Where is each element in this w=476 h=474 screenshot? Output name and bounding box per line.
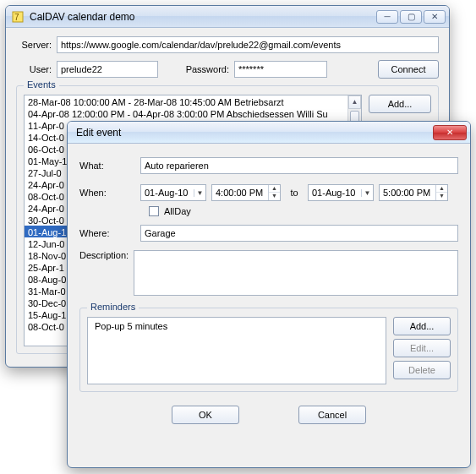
start-date-input[interactable]: 01-Aug-10 ▼ bbox=[140, 184, 206, 201]
spin-up-icon[interactable]: ▲ bbox=[436, 185, 447, 193]
reminders-listbox[interactable]: Pop-up 5 minutes bbox=[87, 317, 386, 384]
start-date-value: 01-Aug-10 bbox=[141, 188, 194, 198]
main-titlebar[interactable]: 7 CalDAV calendar demo ─ ▢ ✕ bbox=[6, 6, 449, 28]
minimize-button[interactable]: ─ bbox=[376, 10, 398, 24]
start-time-value: 4:00:00 PM bbox=[212, 188, 268, 198]
app-icon: 7 bbox=[11, 10, 25, 24]
spin-down-icon[interactable]: ▼ bbox=[269, 193, 280, 200]
main-title: CalDAV calendar demo bbox=[30, 11, 376, 23]
close-button[interactable]: ✕ bbox=[433, 125, 467, 140]
what-input[interactable] bbox=[140, 157, 458, 174]
where-input[interactable] bbox=[140, 225, 458, 242]
add-button[interactable]: Add... bbox=[369, 95, 431, 113]
end-date-value: 01-Aug-10 bbox=[309, 188, 361, 198]
end-date-input[interactable]: 01-Aug-10 ▼ bbox=[308, 184, 374, 201]
start-time-input[interactable]: 4:00:00 PM ▲▼ bbox=[211, 184, 281, 201]
to-label: to bbox=[286, 188, 303, 198]
reminder-delete-button[interactable]: Delete bbox=[393, 361, 451, 379]
edit-event-window: Edit event ✕ What: When: 01-Aug-10 ▼ 4:0… bbox=[67, 121, 471, 468]
description-input[interactable] bbox=[134, 250, 458, 296]
close-button[interactable]: ✕ bbox=[424, 10, 446, 24]
chevron-down-icon[interactable]: ▼ bbox=[361, 189, 373, 197]
connect-button[interactable]: Connect bbox=[378, 60, 439, 79]
server-input[interactable] bbox=[57, 36, 439, 53]
list-item[interactable]: Pop-up 5 minutes bbox=[91, 319, 382, 331]
end-time-input[interactable]: 5:00:00 PM ▲▼ bbox=[379, 184, 448, 201]
spin-up-icon[interactable]: ▲ bbox=[269, 185, 280, 193]
allday-label: AllDay bbox=[164, 206, 191, 216]
description-label: Description: bbox=[79, 250, 129, 260]
events-legend: Events bbox=[24, 79, 59, 90]
what-label: What: bbox=[79, 161, 135, 171]
maximize-button[interactable]: ▢ bbox=[400, 10, 422, 24]
scroll-up-button[interactable]: ▲ bbox=[348, 95, 361, 109]
edit-client: What: When: 01-Aug-10 ▼ 4:00:00 PM ▲▼ to… bbox=[68, 144, 470, 434]
list-item[interactable]: 04-Apr-08 12:00:00 PM - 04-Apr-08 3:00:0… bbox=[25, 107, 347, 119]
where-label: Where: bbox=[79, 228, 135, 238]
password-input[interactable] bbox=[234, 61, 327, 78]
reminder-add-button[interactable]: Add... bbox=[393, 317, 451, 335]
window-buttons: ─ ▢ ✕ bbox=[376, 10, 446, 24]
user-input[interactable] bbox=[57, 61, 158, 78]
reminders-legend: Reminders bbox=[87, 302, 139, 312]
allday-checkbox[interactable] bbox=[149, 206, 159, 216]
end-time-value: 5:00:00 PM bbox=[380, 188, 435, 198]
when-label: When: bbox=[79, 188, 135, 198]
reminder-edit-button[interactable]: Edit... bbox=[393, 339, 451, 357]
cancel-button[interactable]: Cancel bbox=[298, 406, 366, 424]
edit-title: Edit event bbox=[73, 127, 433, 139]
spin-down-icon[interactable]: ▼ bbox=[436, 193, 447, 200]
edit-titlebar[interactable]: Edit event ✕ bbox=[68, 122, 470, 144]
chevron-down-icon[interactable]: ▼ bbox=[194, 189, 205, 197]
list-item[interactable]: 28-Mar-08 10:00:00 AM - 28-Mar-08 10:45:… bbox=[25, 95, 347, 107]
ok-button[interactable]: OK bbox=[172, 406, 239, 424]
svg-text:7: 7 bbox=[14, 13, 19, 22]
server-label: Server: bbox=[16, 40, 52, 50]
user-label: User: bbox=[16, 64, 52, 74]
password-label: Password: bbox=[177, 64, 229, 74]
reminders-group: Reminders Pop-up 5 minutes Add... Edit..… bbox=[79, 308, 458, 392]
